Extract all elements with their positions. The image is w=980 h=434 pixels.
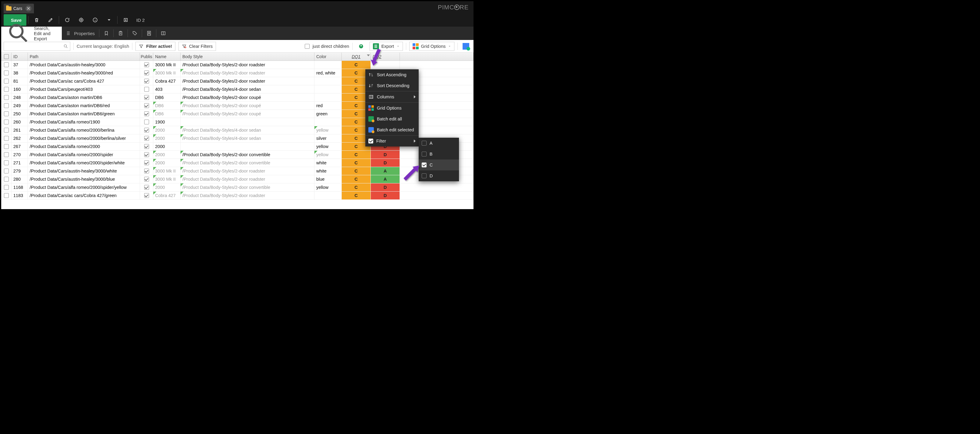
header-name[interactable]: Name [153, 53, 181, 60]
svg-point-3 [10, 25, 23, 38]
header-dq1[interactable]: DQ1 [342, 53, 371, 60]
row-checkbox[interactable] [1, 143, 11, 150]
cell-id: 160 [11, 86, 28, 93]
filter-enabled-checkbox[interactable] [368, 139, 373, 143]
search-icon[interactable] [63, 44, 68, 49]
header-checkbox-col[interactable] [1, 53, 11, 60]
cell-name: 3000 Mk II [153, 69, 181, 77]
csv-export-button[interactable] [356, 42, 367, 51]
filter-active-button[interactable]: Filter active! [135, 42, 175, 51]
menu-batch-all[interactable]: Batch edit all [365, 114, 418, 124]
header-body[interactable]: Body Style [181, 53, 315, 60]
table-row[interactable]: 270/Product Data/Cars/alfa romeo/2000/sp… [1, 151, 474, 159]
row-checkbox[interactable] [1, 77, 11, 85]
menu-grid-options[interactable]: Grid Options [365, 103, 418, 114]
submenu-arrow-icon [414, 139, 416, 143]
search-input[interactable] [6, 44, 63, 49]
filter-option-D[interactable]: D [418, 170, 459, 181]
row-checkbox[interactable] [1, 167, 11, 175]
just-direct-checkbox[interactable] [305, 44, 310, 49]
cell-published[interactable] [140, 118, 153, 126]
header-published[interactable]: Publis [140, 53, 153, 60]
row-checkbox[interactable] [1, 175, 11, 183]
inherit-marker-icon [153, 184, 156, 187]
row-checkbox[interactable] [1, 110, 11, 118]
tab-cars[interactable]: Cars [4, 4, 34, 13]
cell-published[interactable] [140, 86, 153, 93]
properties-button[interactable]: Properties [62, 27, 99, 40]
bookmark-button[interactable] [99, 27, 113, 40]
clipboard-button[interactable] [114, 27, 127, 40]
header-path[interactable]: Path [28, 53, 140, 60]
cell-id: 262 [11, 135, 28, 142]
header-color[interactable]: Color [315, 53, 342, 60]
cell-published[interactable] [140, 69, 153, 77]
clear-filters-button[interactable]: Clear Filters [178, 42, 216, 51]
row-checkbox[interactable] [1, 61, 11, 69]
cell-published[interactable] [140, 126, 153, 134]
row-checkbox[interactable] [1, 118, 11, 126]
filter-option-checkbox[interactable] [422, 163, 426, 167]
cell-published[interactable] [140, 159, 153, 167]
add-column-button[interactable] [461, 42, 471, 51]
cell-name: DB6 [153, 102, 181, 109]
row-checkbox[interactable] [1, 69, 11, 77]
row-checkbox[interactable] [1, 159, 11, 167]
row-checkbox[interactable] [1, 192, 11, 200]
menu-filter[interactable]: Filter [365, 136, 418, 146]
cell-published[interactable] [140, 110, 153, 118]
header-id[interactable]: ID [11, 53, 28, 60]
filter-option-checkbox[interactable] [422, 173, 426, 178]
cell-published[interactable] [140, 135, 153, 142]
menu-batch-selected[interactable]: Batch edit selected [365, 124, 418, 135]
filter-option-B[interactable]: B [418, 149, 459, 160]
user-button[interactable] [142, 27, 156, 40]
tab-close-button[interactable] [25, 5, 32, 11]
book-button[interactable] [156, 27, 170, 40]
row-checkbox[interactable] [1, 135, 11, 142]
row-checkbox[interactable] [1, 126, 11, 134]
cell-published[interactable] [140, 192, 153, 200]
cell-published[interactable] [140, 102, 153, 109]
filter-option-checkbox[interactable] [422, 141, 426, 146]
cell-published[interactable] [140, 93, 153, 101]
grid-options-button[interactable]: Grid Options [409, 42, 454, 51]
dropdown-button[interactable] [103, 14, 115, 26]
id-label: ID 2 [133, 17, 145, 23]
cell-published[interactable] [140, 143, 153, 150]
cell-color [315, 61, 342, 69]
table-row[interactable]: 37/Product Data/Cars/austin-healey/30003… [1, 61, 474, 69]
cell-color: red, white [315, 69, 342, 77]
cell-published[interactable] [140, 175, 153, 183]
table-row[interactable]: 1168/Product Data/Cars/alfa romeo/2000/s… [1, 184, 474, 192]
row-checkbox[interactable] [1, 86, 11, 93]
edit-button[interactable] [44, 14, 57, 26]
table-row[interactable]: 1183/Product Data/Cars/ac cars/Cobra 427… [1, 192, 474, 200]
locate-button[interactable] [75, 14, 88, 26]
row-checkbox[interactable] [1, 184, 11, 191]
filter-option-A[interactable]: A [418, 138, 459, 149]
menu-sort-desc[interactable]: Sort Descending [365, 80, 418, 91]
filter-option-C[interactable]: C [418, 160, 459, 170]
row-checkbox[interactable] [1, 93, 11, 101]
chevron-down-icon[interactable] [367, 54, 370, 56]
cell-published[interactable] [140, 184, 153, 191]
row-checkbox[interactable] [1, 151, 11, 158]
cell-published[interactable] [140, 61, 153, 69]
filter-option-checkbox[interactable] [422, 152, 426, 157]
cell-published[interactable] [140, 77, 153, 85]
cell-path: /Product Data/Cars/alfa romeo/2000/spide… [28, 159, 140, 167]
row-checkbox[interactable] [1, 102, 11, 109]
menu-sort-asc[interactable]: Sort Ascending [365, 69, 418, 80]
menu-columns[interactable]: Columns [365, 92, 418, 102]
download-button[interactable] [119, 14, 132, 26]
info-button[interactable] [89, 14, 102, 26]
reload-button[interactable] [61, 14, 73, 26]
search-edit-export-tab[interactable]: Search, Edit and Export [1, 27, 62, 40]
cell-path: /Product Data/Cars/aston martin/DB6 [28, 93, 140, 101]
delete-button[interactable] [30, 14, 43, 26]
cell-name: 2000 [153, 159, 181, 167]
cell-published[interactable] [140, 151, 153, 158]
tag-button[interactable] [128, 27, 142, 40]
cell-published[interactable] [140, 167, 153, 175]
